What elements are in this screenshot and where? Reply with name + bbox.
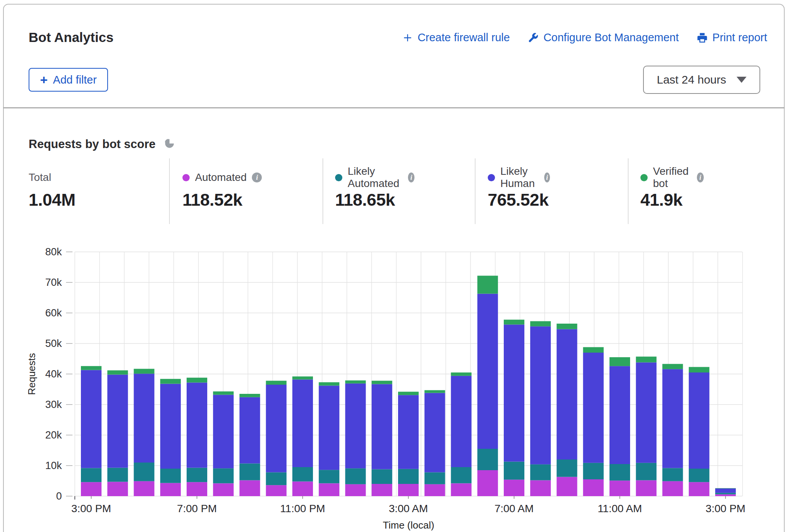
bar-2:00 AM[interactable] — [372, 381, 392, 496]
bar-segment-likely-human[interactable] — [663, 369, 683, 468]
bar-segment-verified-bot[interactable] — [398, 392, 419, 395]
bar-segment-automated[interactable] — [530, 480, 551, 496]
bar-segment-likely-automated[interactable] — [81, 468, 102, 482]
bar-segment-verified-bot[interactable] — [663, 364, 683, 369]
bar-segment-likely-automated[interactable] — [451, 467, 472, 483]
bar-segment-likely-human[interactable] — [134, 374, 155, 463]
bar-7:00 AM[interactable] — [504, 320, 524, 496]
configure-bot-management-link[interactable]: Configure Bot Management — [527, 31, 679, 44]
info-icon[interactable]: i — [408, 172, 415, 182]
bar-6:00 PM[interactable] — [160, 379, 181, 496]
bar-segment-automated[interactable] — [504, 480, 524, 496]
bar-segment-likely-automated[interactable] — [530, 464, 551, 480]
bar-segment-automated[interactable] — [345, 484, 366, 496]
bar-segment-verified-bot[interactable] — [134, 369, 155, 374]
bar-segment-likely-human[interactable] — [292, 379, 313, 467]
bar-segment-likely-automated[interactable] — [292, 467, 313, 482]
bar-segment-likely-automated[interactable] — [187, 468, 207, 482]
bar-10:00 PM[interactable] — [266, 381, 287, 496]
bar-segment-verified-bot[interactable] — [715, 488, 736, 488]
bar-segment-likely-automated[interactable] — [689, 469, 709, 482]
bar-segment-likely-human[interactable] — [689, 372, 709, 469]
bar-segment-automated[interactable] — [292, 482, 313, 496]
bar-segment-likely-automated[interactable] — [609, 464, 630, 480]
bar-segment-verified-bot[interactable] — [583, 347, 604, 353]
bar-segment-automated[interactable] — [187, 482, 207, 496]
bar-segment-verified-bot[interactable] — [266, 381, 287, 385]
info-icon[interactable]: i — [544, 172, 550, 182]
bar-segment-likely-automated[interactable] — [266, 472, 287, 485]
bar-segment-likely-automated[interactable] — [213, 468, 234, 483]
print-report-link[interactable]: Print report — [696, 31, 767, 44]
bar-segment-automated[interactable] — [715, 494, 736, 496]
bar-segment-verified-bot[interactable] — [689, 367, 709, 372]
bar-segment-likely-automated[interactable] — [424, 472, 445, 484]
bar-segment-automated[interactable] — [107, 482, 128, 496]
bar-segment-likely-human[interactable] — [81, 370, 102, 468]
bar-segment-verified-bot[interactable] — [292, 376, 313, 379]
bar-2:00 PM[interactable] — [689, 367, 709, 496]
bar-segment-likely-automated[interactable] — [319, 470, 339, 483]
bar-segment-likely-human[interactable] — [504, 324, 524, 461]
bar-6:00 AM[interactable] — [477, 276, 498, 496]
bar-8:00 AM[interactable] — [530, 321, 551, 496]
bar-segment-verified-bot[interactable] — [213, 392, 234, 395]
bar-segment-automated[interactable] — [134, 481, 155, 496]
bar-segment-likely-automated[interactable] — [715, 493, 736, 494]
bar-segment-automated[interactable] — [319, 483, 339, 496]
bar-segment-automated[interactable] — [557, 477, 577, 496]
bar-segment-verified-bot[interactable] — [477, 276, 498, 293]
bar-segment-likely-human[interactable] — [715, 488, 736, 493]
bar-segment-likely-human[interactable] — [160, 384, 181, 469]
bar-segment-likely-automated[interactable] — [557, 459, 577, 477]
bar-segment-likely-automated[interactable] — [345, 468, 366, 484]
bar-segment-verified-bot[interactable] — [81, 366, 102, 370]
bar-3:00 AM[interactable] — [398, 392, 419, 496]
bar-segment-likely-human[interactable] — [187, 382, 207, 468]
bar-segment-verified-bot[interactable] — [530, 321, 551, 327]
create-firewall-rule-link[interactable]: Create firewall rule — [402, 31, 510, 44]
bar-segment-likely-automated[interactable] — [398, 469, 419, 484]
bar-segment-verified-bot[interactable] — [609, 357, 630, 366]
bar-segment-likely-automated[interactable] — [107, 468, 128, 482]
bar-segment-likely-human[interactable] — [609, 366, 630, 464]
bar-segment-automated[interactable] — [240, 480, 260, 496]
bar-segment-verified-bot[interactable] — [319, 382, 339, 386]
bar-segment-likely-automated[interactable] — [477, 449, 498, 470]
bar-segment-likely-human[interactable] — [557, 329, 577, 459]
bar-5:00 PM[interactable] — [134, 369, 155, 496]
bar-segment-verified-bot[interactable] — [451, 372, 472, 376]
bar-segment-automated[interactable] — [689, 482, 709, 496]
bar-10:00 AM[interactable] — [583, 347, 604, 496]
bar-segment-verified-bot[interactable] — [345, 380, 366, 384]
bar-segment-likely-automated[interactable] — [663, 468, 683, 481]
bar-segment-automated[interactable] — [477, 470, 498, 496]
bar-segment-verified-bot[interactable] — [636, 356, 656, 362]
bar-segment-likely-human[interactable] — [372, 384, 392, 469]
bar-segment-likely-human[interactable] — [266, 385, 287, 472]
bar-3:00 PM[interactable] — [81, 366, 102, 496]
bar-segment-likely-human[interactable] — [240, 397, 260, 464]
bar-segment-likely-automated[interactable] — [160, 469, 181, 483]
bar-segment-automated[interactable] — [372, 484, 392, 496]
bar-4:00 AM[interactable] — [424, 390, 445, 496]
bar-segment-likely-human[interactable] — [477, 294, 498, 449]
bar-segment-verified-bot[interactable] — [424, 390, 445, 393]
bar-segment-likely-human[interactable] — [398, 395, 419, 469]
bar-segment-verified-bot[interactable] — [557, 324, 577, 329]
bar-4:00 PM[interactable] — [107, 370, 128, 496]
bar-segment-likely-human[interactable] — [424, 393, 445, 472]
bar-segment-automated[interactable] — [424, 484, 445, 496]
bar-segment-likely-human[interactable] — [213, 395, 234, 468]
bar-1:00 PM[interactable] — [663, 364, 683, 496]
bar-8:00 PM[interactable] — [213, 392, 234, 496]
bar-segment-automated[interactable] — [266, 485, 287, 496]
bar-segment-verified-bot[interactable] — [240, 394, 260, 397]
bar-segment-verified-bot[interactable] — [160, 379, 181, 384]
bar-segment-likely-automated[interactable] — [134, 463, 155, 481]
bar-segment-automated[interactable] — [636, 480, 656, 496]
bar-5:00 AM[interactable] — [451, 372, 472, 496]
bar-segment-automated[interactable] — [609, 480, 630, 496]
bar-11:00 AM[interactable] — [609, 357, 630, 496]
bar-segment-likely-human[interactable] — [530, 326, 551, 464]
